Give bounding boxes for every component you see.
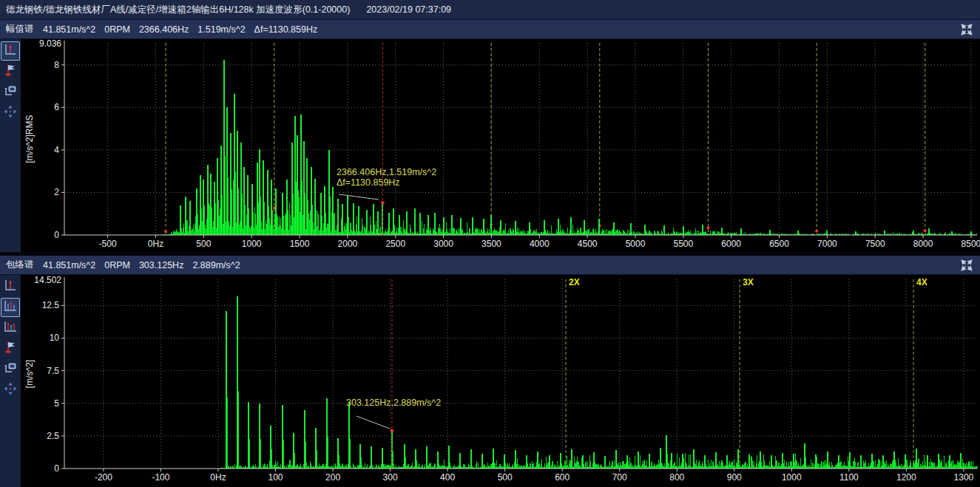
y-axis-title: [m/s^2] bbox=[24, 360, 35, 388]
measurement-path: 德龙钢铁/德龙钢铁线材厂A线/减定径/增速箱2轴输出6H/128k 加速度波形(… bbox=[6, 4, 350, 16]
export-icon bbox=[3, 84, 18, 101]
y-tick-label: 2 bbox=[54, 187, 59, 197]
x-tick-label: 500 bbox=[196, 239, 211, 249]
export-icon bbox=[3, 361, 18, 378]
annotation-leader-line bbox=[339, 194, 379, 200]
spectrum-cursor-button[interactable] bbox=[1, 277, 20, 296]
move-button[interactable] bbox=[1, 381, 20, 400]
x-tick-label: 900 bbox=[727, 472, 742, 483]
x-tick-label: 200 bbox=[325, 472, 340, 483]
envelope-spectrum-toolbar bbox=[0, 275, 21, 487]
x-tick-label: -200 bbox=[95, 472, 112, 483]
spectrum-noise-floor bbox=[218, 453, 977, 469]
spectrum-cursor-icon bbox=[3, 278, 18, 296]
spectrum-cursor-button[interactable] bbox=[1, 41, 20, 61]
flag-icon bbox=[3, 340, 18, 358]
x-tick-label: 8500 bbox=[962, 239, 980, 249]
x-tick-label: -100 bbox=[152, 472, 169, 483]
x-tick-label: 1200 bbox=[896, 472, 916, 483]
x-tick-label: 3000 bbox=[433, 239, 453, 249]
x-tick-label: 1500 bbox=[290, 239, 310, 249]
y-tick-label: 7.5 bbox=[47, 366, 59, 376]
expand-icon[interactable] bbox=[959, 23, 974, 36]
x-tick-label: 100 bbox=[268, 472, 283, 483]
y-max-label: 14.502 bbox=[34, 275, 61, 285]
harmonics-icon bbox=[3, 299, 18, 316]
x-tick-label: 6000 bbox=[721, 239, 741, 249]
order-label: 3X bbox=[743, 277, 754, 287]
export-button[interactable] bbox=[1, 360, 20, 379]
move-icon bbox=[3, 381, 18, 399]
cursor-annotation: 303.125Hz,2.889m/s^2 bbox=[346, 398, 441, 408]
y-tick-label: 6 bbox=[54, 102, 59, 112]
x-tick-label: 500 bbox=[498, 472, 513, 483]
y-tick-label: 8 bbox=[54, 60, 59, 70]
x-tick-label: 7000 bbox=[817, 239, 837, 249]
flag-button[interactable] bbox=[1, 62, 20, 81]
x-tick-label: 0Hz bbox=[148, 239, 163, 249]
x-tick-label: 800 bbox=[669, 472, 684, 483]
panel-title: 包络谱 bbox=[6, 259, 34, 271]
overall-value: 41.851m/s^2 bbox=[43, 24, 95, 35]
rpm-value: 0RPM bbox=[104, 260, 130, 270]
x-tick-label: 3500 bbox=[481, 239, 501, 249]
y-axis-title: [m/s^2]RMS bbox=[24, 115, 35, 163]
x-tick-label: -500 bbox=[99, 239, 117, 249]
x-tick-label: 2000 bbox=[338, 239, 358, 249]
x-tick-label: 5000 bbox=[626, 239, 646, 249]
spectrum-noise-floor bbox=[156, 164, 977, 235]
cursor-annotation: 2366.406Hz,1.519m/s^2 bbox=[337, 167, 436, 177]
x-tick-label: 400 bbox=[440, 472, 455, 483]
y-tick-label: 10 bbox=[50, 333, 60, 343]
cursor-amplitude: 2.889m/s^2 bbox=[192, 260, 240, 270]
x-tick-label: 4500 bbox=[578, 239, 598, 249]
rpm-value: 0RPM bbox=[104, 24, 130, 35]
overall-value: 41.851m/s^2 bbox=[43, 260, 95, 270]
y-tick-label: 0 bbox=[54, 463, 59, 474]
sideband-marker bbox=[273, 207, 276, 210]
delta-frequency: Δf=1130.859Hz bbox=[254, 24, 318, 35]
x-tick-label: 300 bbox=[383, 472, 398, 483]
envelope-spectrum-panel: 2X3X4X-200-1000Hz10020030040050060070080… bbox=[0, 275, 980, 487]
sideband-marker bbox=[924, 229, 927, 232]
x-tick-label: 1100 bbox=[839, 472, 859, 483]
move-icon bbox=[3, 104, 18, 122]
sideband-marker bbox=[706, 226, 709, 229]
sideband-marker bbox=[164, 230, 167, 233]
export-button[interactable] bbox=[1, 83, 20, 102]
sideband-marker bbox=[815, 230, 818, 233]
harmonics-alt-icon bbox=[3, 319, 18, 337]
x-tick-label: 2500 bbox=[385, 239, 405, 249]
cursor-marker bbox=[381, 201, 384, 204]
y-tick-label: 4 bbox=[54, 145, 59, 155]
x-tick-label: 700 bbox=[612, 472, 627, 483]
y-max-label: 9.036 bbox=[39, 39, 61, 49]
expand-icon[interactable] bbox=[959, 259, 974, 272]
amplitude-spectrum-toolbar bbox=[0, 39, 21, 252]
envelope-spectrum-chart[interactable]: 2X3X4X-200-1000Hz10020030040050060070080… bbox=[0, 275, 980, 487]
x-tick-label: 1300 bbox=[954, 472, 974, 483]
x-tick-label: 1000 bbox=[242, 239, 262, 249]
y-tick-label: 2.5 bbox=[47, 431, 59, 441]
annotation-leader-line bbox=[356, 416, 390, 429]
move-button[interactable] bbox=[1, 103, 20, 123]
y-tick-label: 5 bbox=[54, 398, 59, 409]
flag-icon bbox=[3, 63, 18, 81]
spectrum-cursor-icon bbox=[3, 42, 18, 60]
flag-button[interactable] bbox=[1, 339, 20, 358]
cursor-frequency: 2366.406Hz bbox=[139, 24, 189, 35]
timestamp: 2023/02/19 07:37:09 bbox=[366, 4, 451, 15]
y-tick-label: 0 bbox=[54, 230, 59, 240]
x-tick-label: 0Hz bbox=[210, 472, 226, 483]
cursor-frequency: 303.125Hz bbox=[139, 260, 183, 270]
amplitude-spectrum-chart[interactable]: -5000Hz500100015002000250030003500400045… bbox=[0, 39, 980, 252]
cursor-amplitude: 1.519m/s^2 bbox=[197, 24, 245, 35]
cursor-marker bbox=[391, 429, 393, 432]
cursor-delta-annotation: Δf=1130.859Hz bbox=[337, 177, 400, 188]
x-tick-label: 600 bbox=[555, 472, 570, 483]
title-bar: 德龙钢铁/德龙钢铁线材厂A线/减定径/增速箱2轴输出6H/128k 加速度波形(… bbox=[0, 0, 980, 20]
x-tick-label: 4000 bbox=[530, 239, 550, 249]
harmonics-button[interactable] bbox=[1, 298, 20, 317]
harmonics-alt-button[interactable] bbox=[1, 319, 20, 338]
x-tick-label: 7500 bbox=[865, 239, 885, 249]
